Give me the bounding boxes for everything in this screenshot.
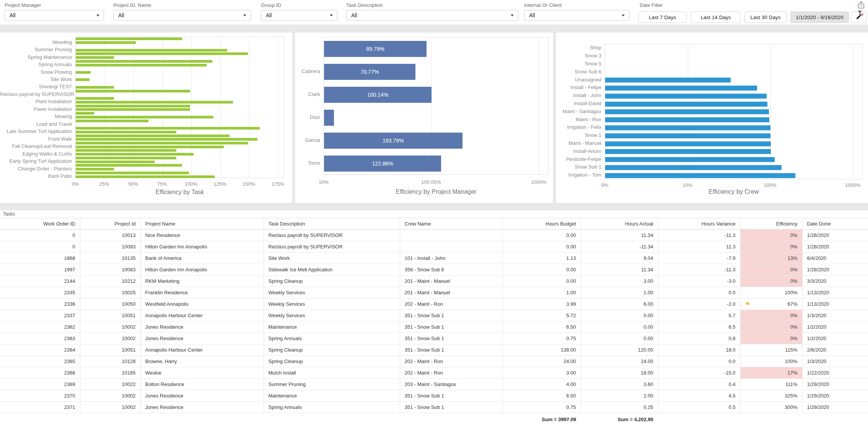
project-manager-dropdown[interactable]: All bbox=[5, 10, 104, 21]
bar[interactable] bbox=[76, 149, 176, 152]
cell-date-done: 1/3/2020 bbox=[802, 310, 868, 321]
bar[interactable] bbox=[76, 71, 91, 74]
efficiency-value: 13% bbox=[787, 255, 797, 261]
cell-date-done: 3/3/2020 bbox=[802, 276, 868, 287]
cell-work-order-id: 2337 bbox=[0, 310, 80, 321]
table-row[interactable]: 186810135Bank of AmericaSite Work101 - I… bbox=[0, 253, 868, 264]
bar[interactable] bbox=[76, 138, 257, 141]
bar[interactable] bbox=[76, 116, 213, 118]
table-row[interactable]: 233710051Annapolis Harbour CenterWeekly … bbox=[0, 310, 868, 321]
clear-filter-icon[interactable]: Tx bbox=[858, 9, 864, 16]
bar[interactable] bbox=[76, 127, 260, 130]
column-header-crew-name[interactable]: Crew Name bbox=[400, 218, 502, 230]
last-14-days-button[interactable]: Last 14 Days bbox=[691, 11, 741, 23]
column-header-date-done[interactable]: Date Done bbox=[802, 218, 868, 230]
table-row[interactable]: 236310002Jones ResidenceSpring Annuals35… bbox=[0, 333, 868, 344]
bar[interactable] bbox=[76, 37, 182, 40]
bar[interactable] bbox=[76, 153, 194, 156]
dropdown-value: All bbox=[10, 12, 16, 18]
column-header-project-id[interactable]: Project Id bbox=[80, 218, 140, 230]
column-header-work-order-id[interactable]: Work Order ID bbox=[0, 218, 80, 230]
bar[interactable] bbox=[76, 146, 224, 148]
bar[interactable] bbox=[605, 125, 770, 130]
table-row[interactable]: 010083Hilton Garden Inn AnnapolisReclass… bbox=[0, 241, 868, 253]
table-row[interactable]: 236610185WeskieMulch Install202 - Maint … bbox=[0, 367, 868, 379]
bar[interactable]: 89.79% bbox=[324, 41, 427, 57]
project-id-name-dropdown[interactable]: All bbox=[113, 10, 251, 21]
table-row[interactable]: 236510128Browne, HarrySpring Cleanup202 … bbox=[0, 356, 868, 367]
bar[interactable] bbox=[76, 41, 136, 44]
bar[interactable]: 70.77% bbox=[324, 64, 415, 80]
column-header-hours-budget[interactable]: Hours Budget bbox=[502, 218, 581, 230]
bar[interactable] bbox=[76, 157, 176, 159]
bar[interactable] bbox=[76, 131, 176, 133]
bar[interactable] bbox=[605, 94, 767, 99]
table-row[interactable]: 233610050Westfield AnnapolisWeekly Servi… bbox=[0, 298, 868, 310]
bar[interactable] bbox=[605, 109, 769, 114]
bar[interactable] bbox=[605, 78, 731, 83]
column-header-hours-variance[interactable]: Hours Variance bbox=[658, 218, 740, 230]
last-7-days-button[interactable]: Last 7 Days bbox=[638, 11, 687, 23]
cell-hours-variance: -11.3 bbox=[658, 230, 740, 241]
chart-title: Efficiency by Project Manager bbox=[324, 188, 549, 195]
bar[interactable] bbox=[605, 141, 771, 146]
bar[interactable] bbox=[76, 108, 190, 111]
bar[interactable] bbox=[76, 52, 248, 55]
bar[interactable] bbox=[605, 133, 770, 138]
table-row[interactable]: 236410051Annapolis Harbour CenterSpring … bbox=[0, 344, 868, 356]
bar[interactable] bbox=[605, 165, 782, 170]
bar[interactable] bbox=[76, 90, 190, 92]
bar[interactable] bbox=[76, 105, 190, 107]
bar[interactable] bbox=[76, 101, 233, 104]
bar[interactable] bbox=[76, 168, 114, 170]
column-header-project-name[interactable]: Project Name bbox=[140, 218, 264, 230]
bar[interactable]: 122.86% bbox=[324, 156, 441, 172]
group-id-dropdown[interactable]: All bbox=[261, 10, 337, 21]
bar[interactable] bbox=[76, 164, 182, 167]
bar[interactable]: 193.79% bbox=[324, 133, 462, 149]
table-row[interactable]: 010013Nice ResidenceReclass payroll by S… bbox=[0, 230, 868, 241]
bar[interactable] bbox=[605, 173, 795, 178]
bar[interactable] bbox=[605, 157, 775, 162]
category-label: Edging Walks & Curbs bbox=[0, 150, 72, 158]
bar[interactable] bbox=[76, 161, 155, 163]
bar[interactable]: 100.14% bbox=[324, 87, 432, 103]
bar[interactable] bbox=[76, 49, 227, 52]
cell-work-order-id: 0 bbox=[0, 230, 80, 241]
table-row[interactable]: 236210002Jones ResidenceMaintenance351 -… bbox=[0, 321, 868, 333]
column-header-task-description[interactable]: Task Description bbox=[264, 218, 400, 230]
internal-or-client-dropdown[interactable]: All bbox=[524, 10, 629, 21]
bar[interactable] bbox=[76, 172, 189, 174]
bar[interactable] bbox=[76, 97, 114, 100]
date-range-button[interactable]: 1/1/2020 - 9/16/2020 bbox=[790, 11, 849, 23]
bar[interactable] bbox=[76, 120, 148, 122]
bar[interactable] bbox=[605, 86, 757, 91]
bar[interactable] bbox=[76, 60, 212, 63]
last-30-days-button[interactable]: Last 30 Days bbox=[744, 11, 787, 23]
table-row[interactable]: 236910022Bolton ResidenceSummer Pruning2… bbox=[0, 379, 868, 390]
column-header-efficiency[interactable]: Efficiency bbox=[740, 218, 802, 230]
cell-project-id: 10022 bbox=[80, 379, 140, 390]
bar[interactable] bbox=[76, 86, 114, 89]
table-row[interactable]: 237010002Jones ResidenceMaintenance351 -… bbox=[0, 390, 868, 402]
bar[interactable] bbox=[76, 135, 230, 137]
bar[interactable] bbox=[76, 64, 207, 66]
table-row[interactable]: 237110002Jones ResidenceSpring Annuals35… bbox=[0, 402, 868, 413]
column-header-hours-actual[interactable]: Hours Actual bbox=[581, 218, 658, 230]
table-row[interactable]: 214410212RKM MarketingSpring Cleanup201 … bbox=[0, 276, 868, 287]
bar[interactable] bbox=[76, 175, 215, 178]
chevron-down-icon bbox=[622, 15, 625, 16]
task-description-dropdown[interactable]: All bbox=[346, 10, 518, 21]
table-row[interactable]: 199710083Hilton Garden Inn AnnapolisSide… bbox=[0, 264, 868, 276]
cell-work-order-id: 2364 bbox=[0, 344, 80, 356]
table-row[interactable]: 233510025Franklin ResidenceWeekly Servic… bbox=[0, 287, 868, 298]
bar[interactable] bbox=[76, 56, 114, 59]
bar[interactable] bbox=[605, 117, 769, 122]
bar[interactable] bbox=[76, 142, 248, 144]
bar[interactable] bbox=[605, 149, 771, 154]
bar[interactable] bbox=[76, 112, 94, 115]
bar[interactable] bbox=[605, 102, 767, 107]
bar[interactable] bbox=[324, 110, 334, 126]
bar[interactable] bbox=[76, 78, 90, 81]
category-label: Back Patio bbox=[0, 172, 72, 180]
